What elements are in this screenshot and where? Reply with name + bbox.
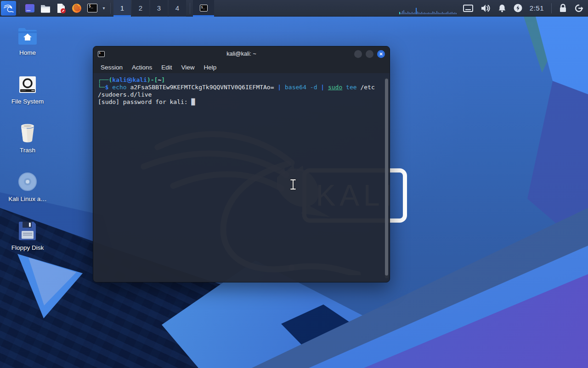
panel-separator [190, 3, 190, 14]
lock-screen-icon[interactable] [559, 4, 567, 12]
monitor-bar [423, 13, 424, 14]
monitor-bar [417, 12, 418, 14]
terminal-text-segment: sudo [328, 84, 342, 91]
chevron-down-icon[interactable]: ▾ [100, 6, 107, 11]
menu-help[interactable]: Help [199, 64, 221, 71]
menu-actions[interactable]: Actions [127, 64, 157, 71]
monitor-bar [436, 11, 437, 14]
desktop-icon-file-system[interactable]: File System [6, 75, 50, 105]
terminal-text-segment: ] [161, 76, 165, 83]
terminal-line: └─$ echo a2FsaSBBTEw9KEFMTCkgTk9QQVNTV0Q… [98, 84, 383, 91]
terminal-output: ┌──(kali㉿kali)-[~]└─$ echo a2FsaSBBTEw9K… [98, 76, 383, 106]
terminal-icon: $_ [87, 4, 97, 12]
desktop: KALI [0, 0, 588, 368]
kali-dragon-icon [4, 3, 14, 13]
desktop-icon-floppy-disk[interactable]: Floppy Disk [6, 221, 50, 251]
panel-separator [19, 3, 19, 14]
top-panel: $_ ▾ 1 2 3 4 $_ [0, 0, 588, 17]
folder-icon [40, 3, 51, 14]
desktop-icon-trash[interactable]: Trash [6, 123, 50, 154]
tray-separator [551, 3, 552, 13]
menu-edit[interactable]: Edit [157, 64, 176, 71]
terminal-text-segment: kali㉿kali [112, 76, 147, 83]
workspace-1[interactable]: 1 [113, 0, 131, 17]
desktop-icon-label: Home [19, 49, 36, 56]
workspace-2[interactable]: 2 [132, 0, 149, 17]
taskbar-window-button-terminal[interactable]: $_ [193, 0, 214, 17]
terminal-text-segment: █ [192, 98, 195, 105]
monitor-bar [442, 12, 443, 14]
clock[interactable]: 2:51 [530, 4, 544, 12]
terminal-scrollbar[interactable] [385, 78, 388, 278]
firefox-icon [71, 3, 82, 14]
menu-session[interactable]: Session [96, 64, 127, 71]
launcher-terminal[interactable]: $_ [85, 0, 100, 17]
launcher-file-manager[interactable] [38, 0, 53, 17]
close-button[interactable]: ✕ [377, 50, 385, 58]
terminal-text-segment: └─ [98, 84, 105, 91]
monitor-bar [438, 12, 439, 14]
launcher-firefox[interactable] [69, 0, 85, 17]
window-titlebar[interactable]: $ kali@kali: ~ ✕ [93, 46, 390, 61]
desktop-icon-label: Trash [20, 147, 35, 154]
terminal-window[interactable]: $ kali@kali: ~ ✕ Session Actions Edit Vi… [93, 46, 390, 282]
system-monitor-graph[interactable] [399, 1, 457, 15]
terminal-line: /sudoers.d/live [98, 91, 383, 98]
keyboard-icon[interactable] [463, 5, 473, 12]
monitor-bar [405, 12, 406, 14]
monitor-bar [452, 12, 452, 14]
floppy-disk-icon [18, 221, 37, 240]
monitor-bar [410, 13, 411, 14]
launcher-text-editor[interactable] [53, 0, 69, 17]
monitor-bar [454, 12, 455, 14]
logout-icon[interactable] [574, 4, 583, 13]
monitor-bar [449, 13, 450, 14]
launcher-app-window[interactable] [22, 0, 38, 17]
scrollbar-handle[interactable] [385, 79, 388, 276]
terminal-text-segment [324, 84, 328, 91]
workspace-3[interactable]: 3 [150, 0, 168, 17]
workspace-4[interactable]: 4 [169, 0, 186, 17]
terminal-text-segment: echo [112, 84, 126, 91]
monitor-bar [402, 11, 403, 14]
desktop-icon-label: Kali Linux a… [8, 196, 46, 202]
menu-view[interactable]: View [177, 64, 199, 71]
monitor-bar [412, 12, 413, 14]
terminal-content-area[interactable]: ┌──(kali㉿kali)-[~]└─$ echo a2FsaSBBTEw9K… [93, 73, 390, 282]
terminal-text-segment: base64 [285, 84, 306, 91]
maximize-button[interactable] [366, 50, 373, 58]
desktop-icon-label: Floppy Disk [11, 244, 44, 251]
notifications-bell-icon[interactable] [498, 4, 506, 12]
terminal-text-segment: ┌──( [98, 76, 112, 83]
window-menubar: Session Actions Edit View Help [93, 61, 390, 73]
terminal-line: [sudo] password for kali: █ [98, 98, 383, 106]
applications-menu-button[interactable] [1, 1, 16, 16]
monitor-bar [403, 10, 404, 14]
terminal-text-segment [342, 84, 346, 91]
monitor-bar [413, 13, 414, 14]
monitor-bar [439, 13, 440, 14]
minimize-button[interactable] [354, 50, 362, 58]
monitor-bar [407, 12, 408, 14]
monitor-bar [414, 12, 415, 14]
terminal-icon: $_ [200, 5, 208, 12]
desktop-icon-label: File System [11, 98, 44, 105]
desktop-icon-home[interactable]: Home [6, 26, 50, 56]
monitor-bar [421, 12, 422, 14]
power-manager-icon[interactable] [514, 4, 522, 12]
monitor-bar [432, 12, 433, 14]
window-title: kali@kali: ~ [93, 51, 390, 57]
terminal-text-segment: | [321, 84, 324, 91]
terminal-line: ┌──(kali㉿kali)-[~] [98, 76, 383, 84]
volume-icon[interactable] [481, 4, 491, 12]
workspace-label: 1 [120, 4, 124, 12]
monitor-bar [430, 13, 430, 14]
monitor-bar [431, 13, 432, 14]
desktop-icon-kali-installer[interactable]: Kali Linux a… [6, 172, 50, 202]
terminal-text-segment: /sudoers.d/live [98, 91, 152, 98]
document-edit-icon [56, 3, 67, 14]
terminal-text-segment: a2FsaSBBTEw9KEFMTCkgTk9QQVNTV0Q6IEFMTAo= [127, 84, 278, 91]
monitor-bar [445, 13, 446, 14]
terminal-text-segment: -d [310, 84, 317, 91]
monitor-bar [418, 12, 419, 14]
